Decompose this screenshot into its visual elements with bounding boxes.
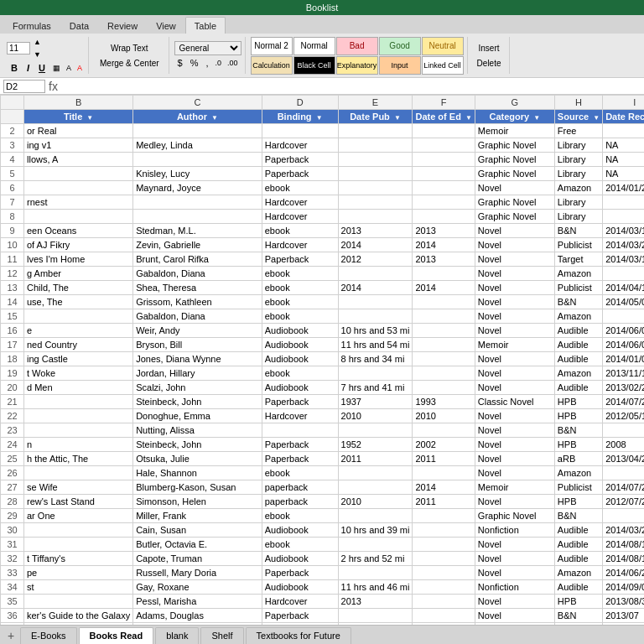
cell-F19[interactable] [413, 366, 475, 381]
cell-D18[interactable]: Audiobook [262, 352, 338, 366]
insert-btn[interactable]: Insert [473, 41, 506, 55]
cell-F8[interactable] [413, 210, 475, 224]
cell-H2[interactable]: Free [554, 124, 602, 138]
cell-C26[interactable]: Hale, Shannon [133, 466, 262, 480]
ribbon-tab-table[interactable]: Table [185, 17, 226, 34]
cell-B13[interactable]: Child, The [24, 281, 133, 295]
cell-G7[interactable]: Graphic Novel [475, 195, 554, 210]
cell-H13[interactable]: Publicist [554, 281, 602, 295]
cell-I15[interactable] [603, 309, 644, 324]
cell-B4[interactable]: llows, A [24, 153, 133, 167]
cell-I24[interactable]: 2008 [603, 438, 644, 452]
cell-I4[interactable]: NA [603, 153, 644, 167]
cell-D17[interactable]: Audiobook [262, 338, 338, 352]
sheet-tab-blank[interactable]: blank [155, 627, 199, 644]
cell-E10[interactable]: 2014 [338, 238, 413, 252]
cell-C21[interactable]: Steinbeck, John [133, 395, 262, 409]
cell-G5[interactable]: Graphic Novel [475, 167, 554, 181]
cell-D23[interactable] [262, 423, 338, 438]
cell-B21[interactable] [24, 395, 133, 409]
cell-D6[interactable]: ebook [262, 181, 338, 195]
cell-B28[interactable]: rew's Last Stand [24, 495, 133, 509]
col-header-B[interactable]: B [24, 96, 133, 110]
cell-H27[interactable]: Publicist [554, 480, 602, 495]
cell-B8[interactable] [24, 210, 133, 224]
cell-B12[interactable]: g Amber [24, 267, 133, 281]
cell-D7[interactable]: Hardcover [262, 195, 338, 210]
cell-F18[interactable] [413, 352, 475, 366]
cell-C8[interactable] [133, 210, 262, 224]
cell-D9[interactable]: ebook [262, 224, 338, 238]
cell-D11[interactable]: Paperback [262, 252, 338, 267]
col-dateofed-header[interactable]: Date of Ed ▼ [413, 110, 475, 124]
cell-B23[interactable] [24, 423, 133, 438]
cell-C37[interactable]: Hoobler, Dorothy and Thomas [133, 623, 262, 626]
increase-decimal-btn[interactable]: .0 [213, 57, 225, 69]
cell-F32[interactable] [413, 552, 475, 566]
bold-btn[interactable]: B [7, 61, 22, 75]
cell-C5[interactable]: Knisley, Lucy [133, 167, 262, 181]
cell-C33[interactable]: Russell, Mary Doria [133, 566, 262, 580]
cell-D34[interactable]: Audiobook [262, 580, 338, 595]
cell-D31[interactable]: ebook [262, 538, 338, 552]
cell-E34[interactable]: 11 hrs and 46 mi [338, 580, 413, 595]
cell-G15[interactable]: Novel [475, 309, 554, 324]
cell-F26[interactable] [413, 466, 475, 480]
cell-F27[interactable]: 2014 [413, 480, 475, 495]
border-btn[interactable]: ▦ [50, 62, 63, 74]
cell-H25[interactable]: aRB [554, 452, 602, 466]
col-category-header[interactable]: Category ▼ [475, 110, 554, 124]
cell-E29[interactable] [338, 509, 413, 523]
cell-E9[interactable]: 2013 [338, 224, 413, 238]
cell-B3[interactable]: ing v1 [24, 138, 133, 153]
cell-D12[interactable]: ebook [262, 267, 338, 281]
cell-D19[interactable]: ebook [262, 366, 338, 381]
cell-D5[interactable]: Paperback [262, 167, 338, 181]
cell-I5[interactable]: NA [603, 167, 644, 181]
cell-C3[interactable]: Medley, Linda [133, 138, 262, 153]
cell-D2[interactable] [262, 124, 338, 138]
cell-F31[interactable] [413, 538, 475, 552]
cell-F33[interactable] [413, 566, 475, 580]
cell-E33[interactable] [338, 566, 413, 580]
cell-H30[interactable]: Audible [554, 523, 602, 538]
ribbon-tab-formulas[interactable]: Formulas [3, 17, 60, 34]
cell-I19[interactable]: 2013/11/14 [603, 366, 644, 381]
cell-F16[interactable] [413, 324, 475, 338]
font-color-btn[interactable]: A [75, 62, 85, 74]
cell-C32[interactable]: Capote, Truman [133, 552, 262, 566]
cell-G19[interactable]: Novel [475, 366, 554, 381]
cell-C23[interactable]: Nutting, Alissa [133, 423, 262, 438]
cell-F7[interactable] [413, 195, 475, 210]
cell-D37[interactable]: Hardcover [262, 623, 338, 626]
decrease-decimal-btn[interactable]: .00 [225, 57, 241, 69]
linked-cell-style-btn[interactable]: Linked Cell [422, 56, 464, 75]
cell-C14[interactable]: Grissom, Kathleen [133, 295, 262, 309]
col-datepub-header[interactable]: Date Pub ▼ [338, 110, 413, 124]
cell-D30[interactable]: Audiobook [262, 523, 338, 538]
cell-I23[interactable] [603, 423, 644, 438]
cell-G37[interactable]: Nonfiction - Crime [475, 623, 554, 626]
cell-B26[interactable] [24, 466, 133, 480]
fill-color-btn[interactable]: A [64, 62, 74, 74]
cell-C22[interactable]: Donoghue, Emma [133, 409, 262, 423]
cell-H31[interactable]: Audible [554, 538, 602, 552]
cell-reference-input[interactable] [3, 80, 45, 93]
cell-B27[interactable]: se Wife [24, 480, 133, 495]
cell-H10[interactable]: Publicist [554, 238, 602, 252]
cell-B19[interactable]: t Woke [24, 366, 133, 381]
cell-I35[interactable]: 2013/08/30 [603, 595, 644, 609]
cell-B14[interactable]: use, The [24, 295, 133, 309]
cell-F5[interactable] [413, 167, 475, 181]
cell-F10[interactable]: 2014 [413, 238, 475, 252]
cell-G11[interactable]: Novel [475, 252, 554, 267]
cell-I27[interactable]: 2014/07/20 [603, 480, 644, 495]
cell-D35[interactable]: Hardcover [262, 595, 338, 609]
cell-F11[interactable]: 2013 [413, 252, 475, 267]
cell-I18[interactable]: 2014/01/01 [603, 352, 644, 366]
cell-H26[interactable]: Amazon [554, 466, 602, 480]
cell-B17[interactable]: ned Country [24, 338, 133, 352]
cell-C31[interactable]: Butler, Octavia E. [133, 538, 262, 552]
col-header-E[interactable]: E [338, 96, 413, 110]
cell-C36[interactable]: Adams, Douglas [133, 609, 262, 623]
